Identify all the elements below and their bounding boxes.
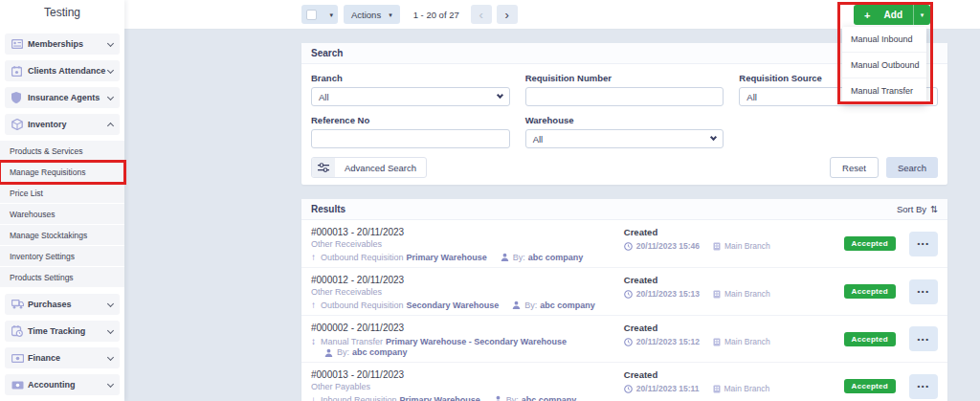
cube-icon bbox=[11, 119, 28, 130]
sort-by-control[interactable]: Sort By ⇅ bbox=[897, 204, 938, 214]
requisition-number-input[interactable] bbox=[525, 87, 724, 106]
pagination-prev-button[interactable]: ‹ bbox=[471, 5, 492, 24]
sidebar-item-manage-stocktakings[interactable]: Manage Stocktakings bbox=[0, 225, 124, 246]
building-icon bbox=[713, 242, 721, 251]
actions-button[interactable]: Actions ▾ bbox=[344, 5, 400, 24]
person-icon bbox=[494, 395, 502, 401]
by-company: abc company bbox=[540, 301, 595, 310]
requisition-row[interactable]: #000002 - 20/11/2023 ↕ Manual Transfer P… bbox=[301, 316, 947, 363]
chevron-up-icon bbox=[107, 123, 114, 129]
row-actions-button[interactable]: ••• bbox=[909, 232, 938, 256]
created-line: 20/11/2023 15:11 Main Branch bbox=[624, 384, 844, 393]
search-panel-title: Search bbox=[311, 48, 343, 58]
sidebar-item-manage-requisitions[interactable]: Manage Requisitions bbox=[0, 162, 124, 183]
sidebar-item-purchases[interactable]: Purchases bbox=[5, 294, 120, 315]
requisition-category: Other Receivables bbox=[311, 287, 624, 297]
requisition-row[interactable]: #000012 - 20/11/2023 Other Receivables ↑… bbox=[301, 268, 947, 316]
workspace-title: Testing bbox=[0, 0, 124, 25]
main-area: ▾ Actions ▾ 1 - 20 of 27 ‹ › + Add bbox=[124, 0, 980, 401]
menu-item-manual-inbound[interactable]: Manual Inbound bbox=[842, 27, 926, 53]
arrow-updown-icon: ↕ bbox=[311, 336, 316, 346]
branch-name: Main Branch bbox=[724, 337, 770, 346]
add-button-main: + Add bbox=[854, 5, 913, 25]
requisition-type-line: ↑ Outbound Requisition Secondary Warehou… bbox=[311, 300, 624, 310]
select-all-dropdown-button[interactable]: ▾ bbox=[301, 5, 338, 24]
reference-no-input[interactable] bbox=[311, 129, 510, 148]
results-panel-title: Results bbox=[311, 204, 345, 214]
requisition-number: #000002 - 20/11/2023 bbox=[311, 323, 624, 333]
requisition-number-label: Requisition Number bbox=[525, 73, 724, 83]
requisition-number: #000013 - 20/11/2023 bbox=[311, 369, 624, 380]
row-main-col: #000002 - 20/11/2023 ↕ Manual Transfer P… bbox=[311, 321, 624, 357]
pagination-range: 1 - 20 of 27 bbox=[413, 10, 459, 20]
sidebar-item-price-list[interactable]: Price List bbox=[0, 183, 124, 204]
row-actions-button[interactable]: ••• bbox=[909, 279, 938, 304]
add-dropdown-toggle[interactable]: ▾ bbox=[913, 5, 930, 25]
menu-item-manual-outbound[interactable]: Manual Outbound bbox=[842, 53, 926, 78]
branch-label: Branch bbox=[311, 73, 510, 83]
row-right-col: Accepted ••• bbox=[844, 279, 938, 304]
sidebar-item-accounting[interactable]: Accounting bbox=[5, 374, 120, 395]
requisition-type: Outbound Requisition bbox=[321, 301, 404, 310]
sub-item-label: Products Settings bbox=[10, 273, 74, 282]
status-badge: Accepted bbox=[844, 284, 896, 299]
clock-icon bbox=[624, 242, 633, 251]
pagination-next-button[interactable]: › bbox=[497, 5, 518, 24]
actions-label: Actions bbox=[351, 10, 381, 20]
requisition-warehouse: Primary Warehouse bbox=[407, 253, 487, 262]
sidebar-item-memberships[interactable]: Memberships bbox=[5, 33, 120, 55]
clock-icon bbox=[624, 385, 633, 393]
row-right-col: Accepted ••• bbox=[844, 232, 938, 256]
sidebar-item-label: Time Tracking bbox=[28, 326, 108, 336]
row-actions-button[interactable]: ••• bbox=[909, 374, 938, 399]
branch-name: Main Branch bbox=[724, 241, 770, 251]
branch-name: Main Branch bbox=[724, 289, 770, 299]
sub-item-label: Price List bbox=[10, 189, 43, 198]
branch-select[interactable]: All bbox=[311, 87, 510, 106]
requisition-number: #000013 - 20/11/2023 bbox=[311, 227, 624, 237]
sidebar-item-inventory[interactable]: Inventory bbox=[5, 114, 120, 135]
row-created-col: Created 20/11/2023 15:46 Main Branch bbox=[624, 225, 844, 251]
sidebar-item-inventory-settings[interactable]: Inventory Settings bbox=[0, 246, 124, 267]
sidebar-item-products-services[interactable]: Products & Services bbox=[0, 141, 124, 162]
requisition-type-line: ↕ Manual Transfer Primary Warehouse - Se… bbox=[311, 336, 624, 346]
reset-button[interactable]: Reset bbox=[830, 157, 879, 178]
chevron-down-icon bbox=[497, 92, 503, 99]
sidebar-item-label: Purchases bbox=[28, 300, 108, 309]
sub-item-label: Manage Requisitions bbox=[10, 167, 85, 177]
warehouse-field: Warehouse All bbox=[525, 115, 724, 148]
sidebar-item-clients-attendance[interactable]: Clients Attendance bbox=[5, 60, 120, 81]
requisition-row[interactable]: #000013 - 20/11/2023 Other Payables ↓ In… bbox=[301, 363, 947, 401]
sidebar-item-insurance-agents[interactable]: Insurance Agents bbox=[5, 87, 120, 108]
requisition-warehouse: Primary Warehouse - Secondary Warehouse bbox=[386, 337, 567, 346]
sidebar-item-time-tracking[interactable]: Time Tracking bbox=[5, 321, 120, 342]
created-line: 20/11/2023 15:12 Main Branch bbox=[624, 337, 844, 346]
advanced-search-button[interactable]: Advanced Search bbox=[311, 157, 427, 178]
menu-item-manual-transfer[interactable]: Manual Transfer bbox=[842, 78, 926, 104]
chevron-left-icon: ‹ bbox=[479, 8, 483, 22]
created-datetime: 20/11/2023 15:46 bbox=[636, 241, 700, 251]
caret-down-icon: ▾ bbox=[329, 11, 333, 18]
warehouse-selected-value: All bbox=[533, 134, 544, 145]
created-label: Created bbox=[624, 369, 844, 380]
building-icon bbox=[713, 385, 721, 393]
search-button[interactable]: Search bbox=[886, 157, 938, 178]
add-button[interactable]: + Add ▾ bbox=[854, 5, 930, 25]
row-actions-button[interactable]: ••• bbox=[909, 326, 938, 351]
created-line: 20/11/2023 15:46 Main Branch bbox=[624, 241, 844, 251]
ellipsis-icon: ••• bbox=[918, 335, 930, 344]
sidebar-item-finance[interactable]: Finance bbox=[5, 347, 120, 368]
row-main-col: #000013 - 20/11/2023 Other Receivables ↑… bbox=[311, 225, 624, 262]
select-all-checkbox[interactable] bbox=[306, 10, 317, 20]
created-by: By: abc company bbox=[324, 347, 408, 357]
branch-line: Main Branch bbox=[713, 337, 770, 346]
search-footer: Advanced Search Reset Search bbox=[301, 152, 947, 185]
requisition-row[interactable]: #000013 - 20/11/2023 Other Receivables ↑… bbox=[301, 220, 947, 268]
sub-item-label: Inventory Settings bbox=[10, 252, 75, 261]
sidebar-item-warehouses[interactable]: Warehouses bbox=[0, 204, 124, 225]
warehouse-select[interactable]: All bbox=[525, 129, 724, 148]
add-label: Add bbox=[884, 10, 902, 20]
sidebar-item-products-settings[interactable]: Products Settings bbox=[0, 267, 124, 288]
sidebar-item-label: Insurance Agents bbox=[28, 93, 108, 102]
status-badge: Accepted bbox=[844, 332, 896, 346]
